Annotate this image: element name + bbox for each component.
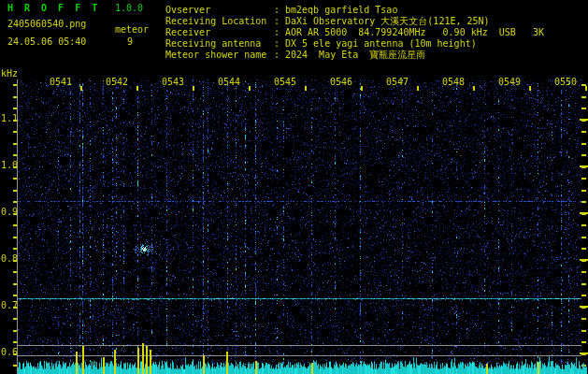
info-label: Receiver — [165, 27, 274, 38]
x-tick-label: 0546 — [330, 78, 352, 87]
info-row-observer: Ovserver : bm2eqb garfield Tsao — [165, 5, 544, 16]
y-tick-label: 0.8 — [1, 254, 18, 264]
x-tick-label: 0548 — [442, 78, 465, 87]
y-axis-unit: kHz — [1, 69, 18, 79]
x-tick-label: 0541 — [50, 78, 72, 87]
info-label: Ovserver — [165, 5, 274, 16]
info-colon: : — [274, 16, 285, 27]
info-value: bm2eqb garfield Tsao — [285, 5, 397, 16]
info-colon: : — [274, 27, 285, 38]
mode-label: meteor — [115, 25, 149, 35]
x-tick-label: 0545 — [274, 78, 296, 87]
info-row-location: Receiving Location : DaXi Observatory 大溪… — [165, 16, 544, 27]
echo-count: 9 — [127, 37, 133, 47]
y-tick-label: 0.7 — [1, 301, 18, 310]
station-info: Ovserver : bm2eqb garfield Tsao Receivin… — [165, 5, 544, 61]
info-colon: : — [274, 50, 285, 61]
y-tick-label: 0.9 — [1, 208, 18, 217]
info-label: Receiving antenna — [165, 38, 274, 50]
x-tick-label: 0550 — [554, 78, 577, 87]
hrofft-window: H R O F F T 1.0.0 2405060540.png meteor … — [0, 0, 588, 374]
info-colon: : — [274, 38, 285, 50]
info-row-antenna: Receiving antenna : DX 5 ele yagi antenn… — [165, 38, 544, 50]
x-tick-label: 0544 — [218, 78, 240, 87]
info-value: AOR AR 5000 84.799240MHz 0.90 kHz USB 3K — [285, 27, 544, 38]
x-tick-label: 0549 — [498, 78, 521, 87]
output-filename: 2405060540.png — [7, 20, 86, 29]
y-tick-label: 0.6 — [1, 348, 18, 357]
info-value: 2024 May Eta 寶瓶座流星雨 — [285, 50, 425, 61]
info-colon: : — [274, 5, 285, 16]
x-tick-label: 0542 — [106, 78, 128, 87]
datetime-label: 24.05.06 05:40 — [7, 37, 86, 47]
y-tick-label: 1.0 — [1, 161, 18, 170]
info-label: Receiving Location — [165, 16, 274, 27]
info-value: DX 5 ele yagi antenna (10m height) — [285, 38, 477, 50]
info-value: DaXi Observatory 大溪天文台(121E, 25N) — [285, 16, 490, 27]
info-row-receiver: Receiver : AOR AR 5000 84.799240MHz 0.90… — [165, 27, 544, 38]
info-row-shower: Meteor shower name : 2024 May Eta 寶瓶座流星雨 — [165, 50, 544, 61]
x-tick-label: 0543 — [162, 78, 184, 87]
app-title: H R O F F T — [7, 4, 100, 13]
y-tick-label: 1.1 — [1, 114, 18, 123]
info-label: Meteor shower name — [165, 50, 274, 61]
app-version: 1.0.0 — [115, 4, 143, 13]
x-tick-label: 0547 — [386, 78, 409, 87]
